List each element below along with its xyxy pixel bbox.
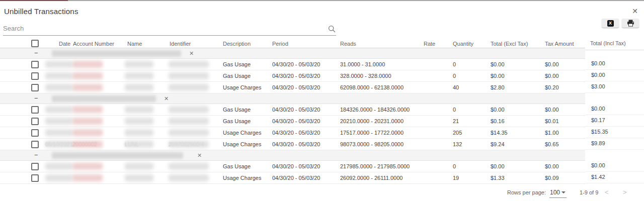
redacted-identifier-blob (169, 72, 209, 79)
remove-group-icon[interactable]: ✕ (197, 150, 202, 161)
remove-group-icon[interactable]: ✕ (164, 93, 169, 104)
select-all-checkbox[interactable] (31, 40, 39, 47)
cell-quantity: 40 (453, 82, 459, 93)
row-checkbox[interactable] (31, 129, 39, 137)
column-header-quantity: Quantity (453, 39, 473, 48)
cell-period: 04/30/20 - 05/03/20 (272, 82, 320, 93)
cell-tax: $0.65 (545, 139, 559, 150)
column-header-reads: Reads (340, 39, 356, 48)
column-header-date: Date (59, 39, 70, 48)
cell-total-incl-tax: $0.00 (591, 58, 605, 69)
cell-total_excl: $0.00 (491, 59, 505, 70)
cell-tax: $0.00 (545, 161, 559, 172)
pinned-total-cell: $0.00 (585, 58, 644, 70)
cell-reads: 17517.0000 - 17722.0000 (340, 127, 404, 139)
cell-reads: 26092.0000 - 26111.0000 (340, 172, 403, 184)
column-header-description: Description (223, 39, 251, 48)
remove-group-icon[interactable]: ✕ (189, 48, 194, 59)
row-checkbox[interactable] (31, 106, 39, 114)
collapse-group-icon[interactable]: − (34, 93, 38, 104)
collapse-group-icon[interactable]: − (34, 48, 38, 58)
redacted-account-blob (72, 72, 103, 79)
redacted-identifier-blob (169, 118, 209, 125)
redacted-date-blob (45, 163, 73, 170)
redacted-date-blob (45, 129, 73, 136)
cell-description: Gas Usage (223, 70, 251, 82)
cell-description: Gas Usage (223, 161, 251, 172)
close-icon[interactable]: ✕ (630, 6, 640, 16)
cell-description: Usage Charges (223, 127, 261, 139)
collapse-group-icon[interactable]: − (34, 150, 38, 160)
print-button[interactable] (622, 19, 639, 28)
pinned-total-cell: $0.17 (585, 115, 644, 127)
row-checkbox[interactable] (31, 84, 39, 91)
redacted-account-blob (72, 106, 103, 113)
top-scroll-thumb (0, 0, 68, 1)
redacted-name-blob (125, 163, 153, 170)
table-row: Usage Charges04/30/20 - 05/03/2017517.00… (0, 127, 585, 139)
top-scroll-track (0, 0, 644, 1)
cell-reads: 217985.0000 - 217985.0000 (340, 161, 410, 172)
redacted-name-blob (125, 141, 153, 148)
next-page-icon[interactable]: > (623, 189, 627, 196)
redacted-name-blob (125, 174, 153, 181)
cell-description: Usage Charges (223, 172, 261, 184)
redacted-identifier-blob (169, 163, 209, 170)
cell-total-incl-tax: $0.00 (591, 104, 605, 114)
redacted-account-blob (72, 141, 103, 148)
search-input[interactable] (3, 23, 320, 34)
redacted-account-blob (72, 84, 103, 91)
redacted-name-blob (125, 129, 153, 136)
printer-icon (627, 20, 634, 27)
row-checkbox[interactable] (31, 61, 39, 68)
previous-page-icon[interactable]: < (605, 189, 609, 196)
table-row: Gas Usage04/30/20 - 05/03/20184326.0000 … (0, 104, 585, 116)
cell-description: Gas Usage (223, 59, 251, 70)
pinned-total-cell: $1.42 (585, 172, 644, 183)
pagination-footer: Rows per page: 100 1-9 of 9 < > (0, 185, 644, 201)
chevron-down-icon[interactable] (561, 191, 566, 193)
pinned-total-cell: $15.35 (585, 127, 644, 138)
cell-total_excl: $1.33 (491, 172, 505, 184)
redacted-name-blob (125, 118, 153, 125)
table-row: Usage Charges04/30/20 - 05/03/2062098.00… (0, 82, 585, 93)
row-checkbox[interactable] (31, 141, 39, 148)
redacted-account-blob (72, 163, 103, 170)
rows-per-page-label: Rows per page: (507, 189, 546, 196)
redacted-identifier-blob (169, 106, 209, 113)
table-row: Usage Charges04/30/20 - 05/03/2026092.00… (0, 172, 585, 184)
column-header-total_excl: Total (Excl Tax) (491, 39, 528, 48)
pinned-total-cell: $0.00 (585, 70, 644, 81)
redacted-date-blob (45, 141, 73, 148)
table-row: Gas Usage04/30/20 - 05/03/2031.0000 - 31… (0, 59, 585, 70)
pinned-total-cell: $3.00 (585, 81, 644, 93)
cell-reads: 62098.0000 - 62138.0000 (340, 82, 404, 93)
cell-quantity: 0 (453, 161, 456, 172)
table-row: Gas Usage04/30/20 - 05/03/20328.0000 - 3… (0, 70, 585, 82)
cell-period: 04/30/20 - 05/03/20 (272, 59, 320, 70)
row-checkbox[interactable] (31, 163, 39, 170)
cell-description: Usage Charges (223, 82, 261, 93)
cell-description: Gas Usage (223, 116, 251, 127)
cell-period: 04/30/20 - 05/03/20 (272, 161, 320, 172)
redacted-group-label (52, 152, 183, 159)
row-checkbox[interactable] (31, 72, 39, 80)
redacted-name-blob (125, 72, 153, 79)
row-checkbox[interactable] (31, 174, 39, 182)
cell-total-incl-tax: $0.00 (591, 160, 605, 171)
cell-quantity: 0 (453, 59, 456, 70)
redacted-date-blob (45, 72, 73, 79)
search-underline (3, 35, 336, 36)
search-icon (328, 25, 336, 33)
cell-quantity: 0 (453, 70, 456, 82)
cell-total-incl-tax: $0.00 (591, 70, 605, 80)
table-row: Gas Usage04/30/20 - 05/03/20217985.0000 … (0, 161, 585, 172)
rows-per-page-underline (549, 197, 567, 198)
redacted-account-blob (72, 174, 103, 181)
export-excel-button[interactable]: X (602, 19, 619, 28)
redacted-identifier-blob (169, 141, 209, 148)
row-checkbox[interactable] (31, 118, 39, 125)
group-header-row: −✕ (0, 48, 585, 59)
rows-per-page-select[interactable]: 100 (550, 189, 560, 196)
cell-period: 04/30/20 - 05/03/20 (272, 104, 320, 116)
